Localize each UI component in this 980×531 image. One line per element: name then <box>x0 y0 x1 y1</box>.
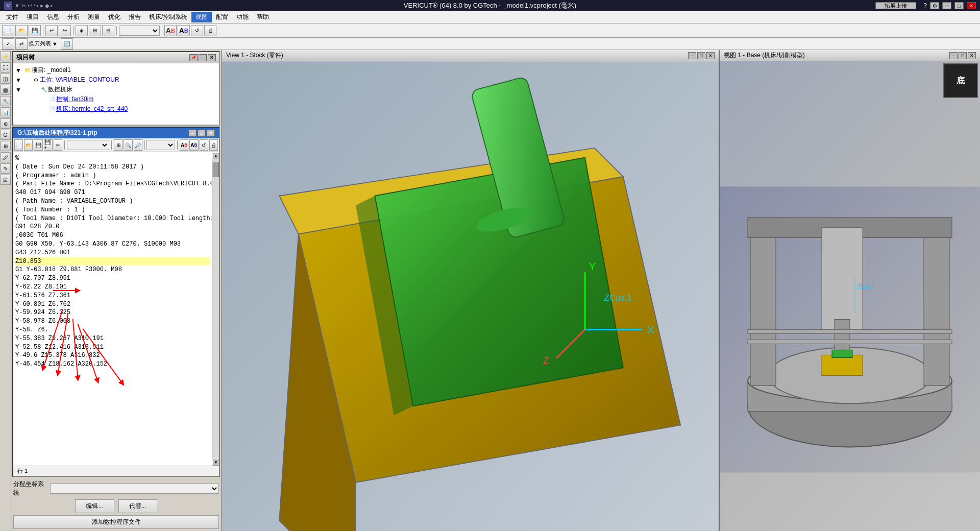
nc-line-0: % <box>15 154 210 163</box>
menu-info[interactable]: 信息 <box>43 12 63 22</box>
nc-cut-btn[interactable]: ✂ <box>54 139 62 151</box>
coord-combo[interactable] <box>50 484 219 494</box>
side-icon-5[interactable]: 🔧 <box>1 96 11 106</box>
undo-btn[interactable]: ↩ <box>45 25 58 36</box>
side-icon-8[interactable]: G <box>1 130 11 140</box>
tool6-btn[interactable]: ↺ <box>191 25 203 36</box>
tree-pin-btn[interactable]: 📌 <box>189 54 198 61</box>
cloud-upload-btn[interactable]: 拓展上传 <box>875 2 916 9</box>
tree-item-workpiece[interactable]: ▼ ⚙ 工位: VARIABLE_CONTOUR <box>15 75 217 85</box>
nc-undo-btn[interactable]: ↺ <box>200 139 208 151</box>
tool1-btn[interactable]: ◈ <box>76 25 88 36</box>
corner-thumbnail: 底 <box>943 63 978 98</box>
edit-btn[interactable]: 编辑... <box>75 499 114 513</box>
viewport1-title: View 1 - Stock (零件) <box>226 51 283 60</box>
menu-function[interactable]: 功能 <box>232 12 253 22</box>
side-icon-11[interactable]: ✎ <box>1 163 11 174</box>
view-combo[interactable] <box>119 26 160 36</box>
tree-minimize-btn[interactable]: ─ <box>199 54 207 61</box>
tree-item-control[interactable]: 📄 控制: fan30im <box>15 94 217 104</box>
nc-ab1-btn[interactable]: AB <box>180 139 188 151</box>
menu-project[interactable]: 项目 <box>22 12 43 22</box>
menu-analyze[interactable]: 分析 <box>63 12 84 22</box>
menu-view[interactable]: 视图 <box>191 12 212 22</box>
switch-btn[interactable]: ⇄ <box>15 38 28 50</box>
nc-tool1-btn[interactable]: ⊞ <box>114 139 122 151</box>
svg-text:Z: Z <box>543 354 550 366</box>
vp1-minimize-btn[interactable]: ─ <box>688 52 696 59</box>
menu-config[interactable]: 配置 <box>212 12 232 22</box>
help-btn[interactable]: ? <box>923 2 927 9</box>
save-btn[interactable]: 💾 <box>29 25 41 36</box>
scrollbar-down-btn[interactable]: ▼ <box>212 458 219 466</box>
nc-scrollbar[interactable]: ▲ ▼ <box>212 152 219 466</box>
side-icon-12[interactable]: ☑ <box>1 175 11 185</box>
menu-machine[interactable]: 机床/控制系统 <box>145 12 191 22</box>
scrollbar-track[interactable] <box>212 159 219 458</box>
nc-minimize-btn[interactable]: ─ <box>188 130 197 137</box>
tree-item-machine[interactable]: ▼ 🔧 数控机床 <box>15 85 217 94</box>
tree-item-root[interactable]: ▼ 📁 项目: _model1 <box>15 65 217 75</box>
tool7-btn[interactable]: 🖨 <box>204 25 216 36</box>
nc-search2-btn[interactable]: 🔎 <box>134 139 142 151</box>
nc-close-btn[interactable]: ✕ <box>207 130 215 137</box>
nc-new-btn[interactable]: 📄 <box>14 139 23 151</box>
nc-save-btn[interactable]: 💾 <box>34 139 42 151</box>
scrollbar-thumb[interactable] <box>212 162 219 177</box>
minimize-btn[interactable]: ─ <box>942 2 951 9</box>
tree-close-btn[interactable]: ✕ <box>208 54 216 61</box>
menu-optimize[interactable]: 优化 <box>104 12 125 22</box>
settings-btn[interactable]: ⚙ <box>930 2 939 9</box>
nc-maximize-btn[interactable]: □ <box>198 130 206 137</box>
side-icon-6[interactable]: 📊 <box>1 107 11 117</box>
viewport2-content[interactable]: ZCus 1 底 <box>720 61 980 531</box>
refresh-btn[interactable]: 🔄 <box>61 38 73 50</box>
side-icon-9[interactable]: ⊞ <box>1 141 11 151</box>
tool5-btn[interactable]: AB <box>178 25 190 36</box>
open-btn[interactable]: 📂 <box>15 25 28 36</box>
nc-line-2: ( Programmer : admin ) <box>15 172 210 180</box>
check-btn[interactable]: ✓ <box>2 38 14 50</box>
close-btn[interactable]: ✕ <box>967 2 976 9</box>
side-icon-3[interactable]: ◫ <box>1 74 11 84</box>
nc-line-17: Y-60.801 Z6.762 <box>15 300 210 309</box>
nc-print-btn[interactable]: 🖨 <box>209 139 218 151</box>
nc-combo[interactable] <box>67 140 110 150</box>
side-icon-1[interactable]: ⚡ <box>1 51 11 61</box>
new-btn[interactable]: 📄 <box>2 25 14 36</box>
scrollbar-up-btn[interactable]: ▲ <box>212 152 219 159</box>
menu-help[interactable]: 帮助 <box>253 12 273 22</box>
viewport2-scene: ZCus 1 <box>720 61 980 531</box>
svg-rect-29 <box>822 227 863 329</box>
vp1-maximize-btn[interactable]: □ <box>697 52 705 59</box>
nc-ab2-btn[interactable]: AB <box>189 139 198 151</box>
vp2-minimize-btn[interactable]: ─ <box>949 52 958 59</box>
side-icon-10[interactable]: 🖊 <box>1 152 11 162</box>
tree-item-machine2[interactable]: 📄 机床: hermle_c42_srt_440 <box>15 104 217 114</box>
menu-file[interactable]: 文件 <box>2 12 22 22</box>
nc-open-btn[interactable]: 📂 <box>24 139 33 151</box>
vp2-close-btn[interactable]: ✕ <box>968 52 976 59</box>
nc-content[interactable]: % ( Date : Sun Dec 24 20:11:58 2017 ) ( … <box>13 152 212 466</box>
replace-btn[interactable]: 代替... <box>118 499 157 513</box>
nc-line-22: Y-52.58 Z12.416 A313.511 <box>15 343 210 352</box>
vp1-close-btn[interactable]: ✕ <box>706 52 715 59</box>
viewport1-content[interactable]: X Y Z ZCus 1 <box>222 61 719 531</box>
maximize-btn[interactable]: □ <box>954 2 964 9</box>
nc-lang-combo[interactable] <box>146 140 175 150</box>
add-nc-btn[interactable]: 添加数控程序文件 <box>13 515 219 529</box>
menu-report[interactable]: 报告 <box>125 12 145 22</box>
redo-btn[interactable]: ↪ <box>59 25 71 36</box>
tool-list-dropdown[interactable]: ▼ <box>52 41 58 47</box>
vp2-maximize-btn[interactable]: □ <box>959 52 967 59</box>
side-icon-7[interactable]: ⊕ <box>1 118 11 129</box>
tool2-btn[interactable]: ⊞ <box>89 25 101 36</box>
nc-line-8: G91 G28 Z0.0 <box>15 223 210 231</box>
menu-measure[interactable]: 测量 <box>84 12 104 22</box>
side-icon-4[interactable]: ▩ <box>1 85 11 95</box>
tool3-btn[interactable]: ⊟ <box>102 25 114 36</box>
nc-saveas-btn[interactable]: 💾+ <box>44 139 53 151</box>
nc-search1-btn[interactable]: 🔍 <box>124 139 132 151</box>
side-icon-2[interactable]: ⛶ <box>1 62 11 73</box>
tool4-btn[interactable]: AB <box>164 25 177 36</box>
